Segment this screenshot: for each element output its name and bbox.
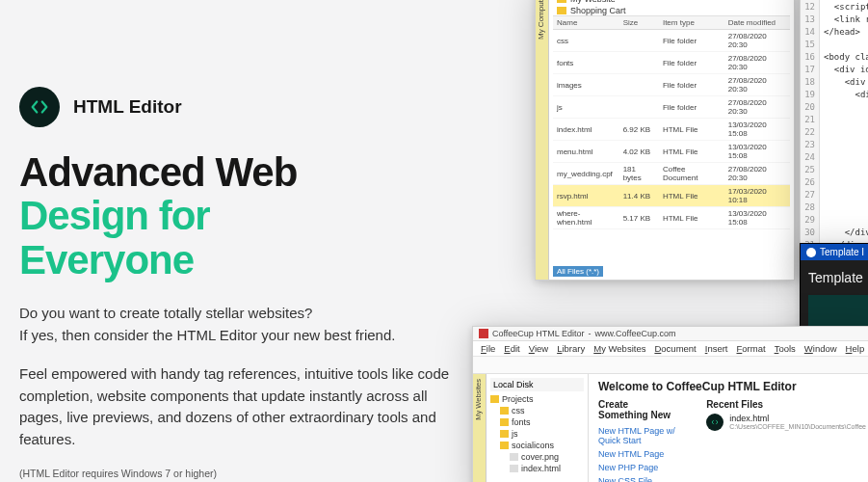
file-filter[interactable]: All Files (*.*) — [553, 266, 603, 277]
tree-item[interactable]: css — [490, 405, 584, 416]
menu-item[interactable]: Window — [804, 343, 837, 354]
menu-item[interactable]: File — [481, 343, 495, 354]
menu-item[interactable]: View — [529, 343, 548, 354]
headline: Advanced Web Design for Everyone — [19, 150, 491, 281]
folder-item[interactable]: Shopping Cart — [557, 5, 786, 16]
template-tab[interactable]: Template I — [801, 244, 868, 260]
app-icon — [479, 329, 488, 338]
menu-item[interactable]: Library — [557, 343, 585, 354]
code-area[interactable]: <link rel="styleshe <script>document.c <… — [822, 0, 868, 280]
tree-item[interactable]: Projects — [490, 393, 584, 405]
recent-file-name: index.html — [729, 414, 866, 423]
tree-item[interactable]: cover.png — [490, 451, 584, 463]
toolbar — [473, 357, 868, 374]
tree-header[interactable]: Local Disk — [490, 378, 584, 391]
tree-item[interactable]: index.html — [490, 463, 584, 474]
menu-item[interactable]: Help — [846, 343, 865, 354]
recent-column: Recent Files index.html C:\Users\COFFEE_… — [706, 399, 866, 482]
project-tree: Local Disk Projectscssfontsjssocialicons… — [487, 374, 589, 482]
welcome-title: Welcome to CoffeeCup HTML Editor — [598, 380, 866, 393]
create-column: Create Something New New HTML Page w/ Qu… — [598, 399, 679, 482]
hero: HTML Editor Advanced Web Design for Ever… — [19, 87, 491, 479]
folder-icon — [557, 0, 566, 3]
table-row[interactable]: where-when.html5.17 KBHTML File13/03/202… — [553, 207, 790, 229]
product-name: HTML Editor — [73, 96, 182, 118]
file-browser-window: My Computer My Website Shopping Cart Nam… — [535, 0, 795, 281]
file-icon — [510, 453, 518, 461]
menu-item[interactable]: Insert — [705, 343, 728, 354]
folder-icon — [500, 418, 509, 426]
menu-item[interactable]: My Websites — [593, 343, 645, 354]
recent-file-path: C:\Users\COFFEE_MIN10\Documents\Coffee — [729, 423, 866, 430]
editor-titlebar: CoffeeCup HTML Editor - www.CoffeeCup.co… — [473, 327, 868, 341]
table-row[interactable]: jsFile folder27/08/2020 20:30 — [553, 96, 790, 119]
template-header: Template — [801, 260, 868, 291]
create-link[interactable]: New CSS File — [598, 474, 679, 482]
requirements-footnote: (HTML Editor requires Windows 7 or highe… — [19, 468, 491, 479]
product-logo — [19, 87, 60, 127]
side-tab[interactable]: My Websites — [473, 374, 484, 425]
menu-item[interactable]: Edit — [504, 343, 519, 354]
editor-window: CoffeeCup HTML Editor - www.CoffeeCup.co… — [472, 326, 868, 482]
intro-paragraph-2: Feel empowered with handy tag references… — [19, 363, 472, 450]
folder-icon — [500, 442, 509, 449]
menu-item[interactable]: Tools — [775, 343, 796, 354]
table-row[interactable]: rsvp.html11.4 KBHTML File17/03/2020 10:1… — [553, 185, 790, 207]
create-link[interactable]: New HTML Page w/ Quick Start — [598, 424, 679, 447]
create-link[interactable]: New HTML Page — [598, 447, 679, 461]
recent-file-item[interactable]: index.html C:\Users\COFFEE_MIN10\Documen… — [706, 414, 866, 431]
col-name[interactable]: Name — [553, 16, 619, 30]
table-row[interactable]: fontsFile folder27/08/2020 20:30 — [553, 52, 790, 74]
table-row[interactable]: imagesFile folder27/08/2020 20:30 — [553, 74, 790, 96]
table-row[interactable]: my_wedding.cpf181 bytesCoffee Document27… — [553, 163, 790, 185]
menu-bar: FileEditViewLibraryMy WebsitesDocumentIn… — [473, 341, 868, 357]
file-browser-side-tabs: My Computer — [536, 0, 549, 280]
tree-item[interactable]: fonts — [490, 416, 584, 428]
side-tab[interactable]: My Computer — [536, 0, 546, 45]
folder-icon — [557, 7, 566, 14]
code-editor-window: 10 11 12 13 14 15 16 17 18 19 20 21 22 2… — [800, 0, 868, 280]
file-icon — [510, 465, 518, 472]
create-header: Create Something New — [598, 399, 679, 420]
folder-icon — [500, 430, 509, 438]
table-row[interactable]: menu.html4.02 KBHTML File13/03/2020 15:0… — [553, 141, 790, 163]
welcome-pane: Welcome to CoffeeCup HTML Editor Create … — [589, 374, 868, 482]
folder-icon — [490, 395, 499, 403]
menu-item[interactable]: Format — [737, 343, 766, 354]
create-link[interactable]: New PHP Page — [598, 461, 679, 474]
table-row[interactable]: cssFile folder27/08/2020 20:30 — [553, 30, 790, 52]
tree-item[interactable]: js — [490, 428, 584, 440]
intro-paragraph-1: Do you want to create totally stellar we… — [19, 303, 472, 346]
menu-item[interactable]: Document — [654, 343, 696, 354]
gutter: 10 11 12 13 14 15 16 17 18 19 20 21 22 2… — [801, 0, 820, 279]
code-icon — [706, 414, 723, 431]
editor-side-tabs: My Websites — [473, 374, 487, 482]
col-type[interactable]: Item type — [659, 16, 724, 30]
folder-icon — [500, 407, 509, 415]
tree-item[interactable]: socialicons — [490, 440, 584, 451]
file-table: Name Size Item type Date modified cssFil… — [553, 16, 790, 229]
col-date[interactable]: Date modified — [724, 16, 790, 30]
table-row[interactable]: index.html6.92 KBHTML File13/03/2020 15:… — [553, 119, 790, 141]
col-size[interactable]: Size — [619, 16, 659, 30]
recent-header: Recent Files — [706, 399, 866, 410]
